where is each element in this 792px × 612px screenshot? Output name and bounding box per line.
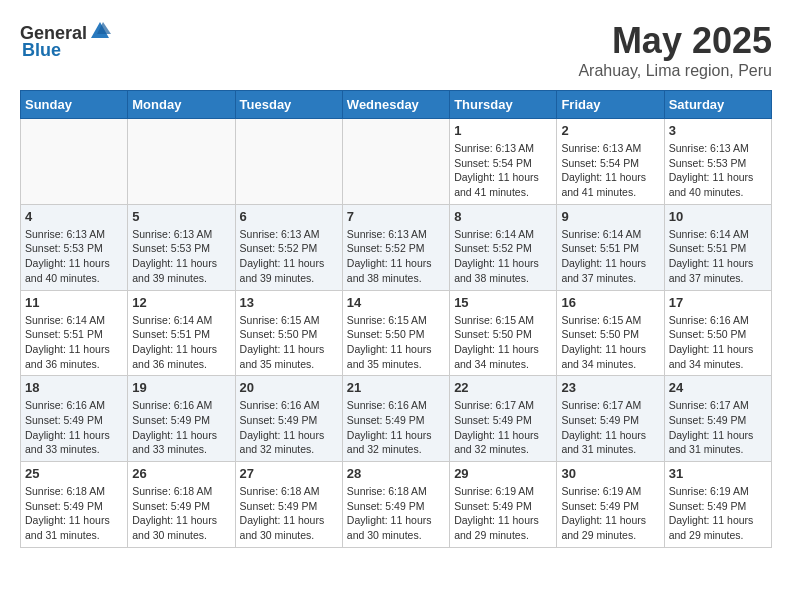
day-info: Sunrise: 6:13 AMSunset: 5:53 PMDaylight:… — [25, 227, 123, 286]
calendar-cell-week3-day3: 14Sunrise: 6:15 AMSunset: 5:50 PMDayligh… — [342, 290, 449, 376]
day-number: 13 — [240, 295, 338, 310]
day-number: 22 — [454, 380, 552, 395]
calendar-cell-week2-day5: 9Sunrise: 6:14 AMSunset: 5:51 PMDaylight… — [557, 204, 664, 290]
calendar-week-5: 25Sunrise: 6:18 AMSunset: 5:49 PMDayligh… — [21, 462, 772, 548]
calendar-cell-week3-day0: 11Sunrise: 6:14 AMSunset: 5:51 PMDayligh… — [21, 290, 128, 376]
calendar-cell-week2-day0: 4Sunrise: 6:13 AMSunset: 5:53 PMDaylight… — [21, 204, 128, 290]
calendar-cell-week1-day5: 2Sunrise: 6:13 AMSunset: 5:54 PMDaylight… — [557, 119, 664, 205]
main-title: May 2025 — [578, 20, 772, 62]
day-number: 5 — [132, 209, 230, 224]
day-number: 8 — [454, 209, 552, 224]
day-number: 17 — [669, 295, 767, 310]
calendar-cell-week2-day4: 8Sunrise: 6:14 AMSunset: 5:52 PMDaylight… — [450, 204, 557, 290]
day-info: Sunrise: 6:15 AMSunset: 5:50 PMDaylight:… — [454, 313, 552, 372]
calendar-cell-week5-day5: 30Sunrise: 6:19 AMSunset: 5:49 PMDayligh… — [557, 462, 664, 548]
day-number: 24 — [669, 380, 767, 395]
day-info: Sunrise: 6:19 AMSunset: 5:49 PMDaylight:… — [669, 484, 767, 543]
calendar-cell-week4-day2: 20Sunrise: 6:16 AMSunset: 5:49 PMDayligh… — [235, 376, 342, 462]
day-number: 12 — [132, 295, 230, 310]
day-number: 1 — [454, 123, 552, 138]
day-info: Sunrise: 6:14 AMSunset: 5:51 PMDaylight:… — [669, 227, 767, 286]
day-info: Sunrise: 6:15 AMSunset: 5:50 PMDaylight:… — [561, 313, 659, 372]
weekday-header-thursday: Thursday — [450, 91, 557, 119]
weekday-header-friday: Friday — [557, 91, 664, 119]
header: General Blue May 2025 Arahuay, Lima regi… — [20, 20, 772, 80]
calendar-cell-week5-day2: 27Sunrise: 6:18 AMSunset: 5:49 PMDayligh… — [235, 462, 342, 548]
day-number: 27 — [240, 466, 338, 481]
day-number: 15 — [454, 295, 552, 310]
day-number: 26 — [132, 466, 230, 481]
day-info: Sunrise: 6:13 AMSunset: 5:54 PMDaylight:… — [454, 141, 552, 200]
day-number: 7 — [347, 209, 445, 224]
day-info: Sunrise: 6:18 AMSunset: 5:49 PMDaylight:… — [240, 484, 338, 543]
day-number: 4 — [25, 209, 123, 224]
day-number: 19 — [132, 380, 230, 395]
weekday-header-row: SundayMondayTuesdayWednesdayThursdayFrid… — [21, 91, 772, 119]
day-info: Sunrise: 6:13 AMSunset: 5:53 PMDaylight:… — [132, 227, 230, 286]
calendar-cell-week5-day3: 28Sunrise: 6:18 AMSunset: 5:49 PMDayligh… — [342, 462, 449, 548]
day-number: 6 — [240, 209, 338, 224]
calendar-cell-week5-day1: 26Sunrise: 6:18 AMSunset: 5:49 PMDayligh… — [128, 462, 235, 548]
calendar-cell-week4-day5: 23Sunrise: 6:17 AMSunset: 5:49 PMDayligh… — [557, 376, 664, 462]
day-info: Sunrise: 6:15 AMSunset: 5:50 PMDaylight:… — [240, 313, 338, 372]
calendar: SundayMondayTuesdayWednesdayThursdayFrid… — [20, 90, 772, 548]
weekday-header-sunday: Sunday — [21, 91, 128, 119]
day-info: Sunrise: 6:14 AMSunset: 5:52 PMDaylight:… — [454, 227, 552, 286]
day-info: Sunrise: 6:17 AMSunset: 5:49 PMDaylight:… — [454, 398, 552, 457]
day-info: Sunrise: 6:18 AMSunset: 5:49 PMDaylight:… — [25, 484, 123, 543]
calendar-cell-week1-day2 — [235, 119, 342, 205]
calendar-cell-week2-day6: 10Sunrise: 6:14 AMSunset: 5:51 PMDayligh… — [664, 204, 771, 290]
day-info: Sunrise: 6:14 AMSunset: 5:51 PMDaylight:… — [561, 227, 659, 286]
day-info: Sunrise: 6:13 AMSunset: 5:53 PMDaylight:… — [669, 141, 767, 200]
day-info: Sunrise: 6:14 AMSunset: 5:51 PMDaylight:… — [25, 313, 123, 372]
calendar-cell-week1-day3 — [342, 119, 449, 205]
logo: General Blue — [20, 20, 111, 61]
calendar-cell-week3-day5: 16Sunrise: 6:15 AMSunset: 5:50 PMDayligh… — [557, 290, 664, 376]
calendar-cell-week2-day3: 7Sunrise: 6:13 AMSunset: 5:52 PMDaylight… — [342, 204, 449, 290]
day-info: Sunrise: 6:16 AMSunset: 5:49 PMDaylight:… — [25, 398, 123, 457]
day-number: 20 — [240, 380, 338, 395]
calendar-cell-week4-day1: 19Sunrise: 6:16 AMSunset: 5:49 PMDayligh… — [128, 376, 235, 462]
calendar-cell-week4-day3: 21Sunrise: 6:16 AMSunset: 5:49 PMDayligh… — [342, 376, 449, 462]
calendar-cell-week1-day4: 1Sunrise: 6:13 AMSunset: 5:54 PMDaylight… — [450, 119, 557, 205]
day-number: 2 — [561, 123, 659, 138]
day-info: Sunrise: 6:17 AMSunset: 5:49 PMDaylight:… — [561, 398, 659, 457]
calendar-week-4: 18Sunrise: 6:16 AMSunset: 5:49 PMDayligh… — [21, 376, 772, 462]
day-info: Sunrise: 6:16 AMSunset: 5:50 PMDaylight:… — [669, 313, 767, 372]
calendar-cell-week5-day0: 25Sunrise: 6:18 AMSunset: 5:49 PMDayligh… — [21, 462, 128, 548]
calendar-cell-week1-day0 — [21, 119, 128, 205]
day-info: Sunrise: 6:15 AMSunset: 5:50 PMDaylight:… — [347, 313, 445, 372]
day-number: 9 — [561, 209, 659, 224]
day-number: 31 — [669, 466, 767, 481]
day-info: Sunrise: 6:13 AMSunset: 5:54 PMDaylight:… — [561, 141, 659, 200]
title-area: May 2025 Arahuay, Lima region, Peru — [578, 20, 772, 80]
calendar-cell-week5-day4: 29Sunrise: 6:19 AMSunset: 5:49 PMDayligh… — [450, 462, 557, 548]
day-number: 30 — [561, 466, 659, 481]
weekday-header-tuesday: Tuesday — [235, 91, 342, 119]
day-info: Sunrise: 6:19 AMSunset: 5:49 PMDaylight:… — [561, 484, 659, 543]
weekday-header-monday: Monday — [128, 91, 235, 119]
day-info: Sunrise: 6:16 AMSunset: 5:49 PMDaylight:… — [132, 398, 230, 457]
day-info: Sunrise: 6:19 AMSunset: 5:49 PMDaylight:… — [454, 484, 552, 543]
calendar-cell-week5-day6: 31Sunrise: 6:19 AMSunset: 5:49 PMDayligh… — [664, 462, 771, 548]
subtitle: Arahuay, Lima region, Peru — [578, 62, 772, 80]
calendar-cell-week2-day1: 5Sunrise: 6:13 AMSunset: 5:53 PMDaylight… — [128, 204, 235, 290]
day-info: Sunrise: 6:16 AMSunset: 5:49 PMDaylight:… — [347, 398, 445, 457]
day-number: 23 — [561, 380, 659, 395]
calendar-week-2: 4Sunrise: 6:13 AMSunset: 5:53 PMDaylight… — [21, 204, 772, 290]
day-info: Sunrise: 6:13 AMSunset: 5:52 PMDaylight:… — [347, 227, 445, 286]
calendar-week-1: 1Sunrise: 6:13 AMSunset: 5:54 PMDaylight… — [21, 119, 772, 205]
day-number: 25 — [25, 466, 123, 481]
day-info: Sunrise: 6:18 AMSunset: 5:49 PMDaylight:… — [347, 484, 445, 543]
day-info: Sunrise: 6:13 AMSunset: 5:52 PMDaylight:… — [240, 227, 338, 286]
weekday-header-wednesday: Wednesday — [342, 91, 449, 119]
day-info: Sunrise: 6:16 AMSunset: 5:49 PMDaylight:… — [240, 398, 338, 457]
calendar-cell-week2-day2: 6Sunrise: 6:13 AMSunset: 5:52 PMDaylight… — [235, 204, 342, 290]
logo-text-blue: Blue — [22, 40, 61, 61]
calendar-cell-week1-day1 — [128, 119, 235, 205]
day-info: Sunrise: 6:17 AMSunset: 5:49 PMDaylight:… — [669, 398, 767, 457]
day-number: 14 — [347, 295, 445, 310]
calendar-cell-week1-day6: 3Sunrise: 6:13 AMSunset: 5:53 PMDaylight… — [664, 119, 771, 205]
calendar-cell-week3-day6: 17Sunrise: 6:16 AMSunset: 5:50 PMDayligh… — [664, 290, 771, 376]
day-info: Sunrise: 6:14 AMSunset: 5:51 PMDaylight:… — [132, 313, 230, 372]
